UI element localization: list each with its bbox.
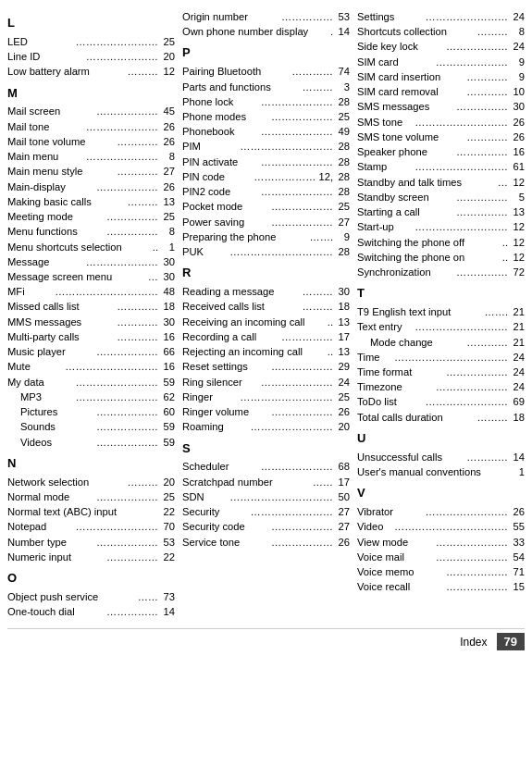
index-entry: Pairing Bluetooth………… 74 [182, 64, 350, 79]
entry-text: User's manual conventions [357, 464, 508, 479]
entry-page: 48 [158, 284, 175, 299]
entry-page: 27 [333, 215, 350, 229]
index-entry: SMS tone………………………26 [357, 115, 525, 130]
entry-page: 71 [508, 564, 525, 579]
entry-page: 30 [158, 254, 175, 269]
entry-dots: …………… [456, 265, 508, 279]
entry-text: Reading a message [182, 284, 302, 299]
entry-page: 26 [158, 134, 175, 149]
entry-text: Ringer volume [182, 404, 271, 419]
entry-page: 53 [158, 535, 175, 550]
entry-text: Sounds [20, 419, 96, 434]
entry-text: Numeric input [7, 550, 106, 564]
entry-page: 27 [158, 164, 175, 179]
entry-dots: … [148, 269, 158, 284]
entry-page: 61 [508, 159, 525, 174]
entry-text: SMS messages [357, 99, 456, 114]
entry-text: Side key lock [357, 39, 446, 54]
entry-dots: ……… [127, 194, 158, 209]
entry-text: Object push service [7, 589, 138, 604]
entry-text: PUK [182, 244, 229, 259]
entry-text: Scratchpad number [182, 475, 313, 489]
entry-page: 26 [508, 115, 525, 130]
entry-text: Mode change [370, 335, 466, 350]
entry-page: 14 [333, 24, 350, 39]
entry-dots: ………………… [436, 379, 508, 394]
entry-text: SDN [182, 489, 229, 504]
index-entry: Standby screen……………5 [357, 190, 525, 204]
entry-page: 9 [333, 229, 350, 244]
entry-dots: …………… [106, 209, 158, 224]
entry-text: Stamp [357, 159, 414, 174]
entry-text: Service tone [182, 535, 271, 550]
index-entry: SDN………………………… 50 [182, 489, 350, 504]
index-entry: SMS tone volume…………26 [357, 130, 525, 144]
entry-text: Notepad [7, 519, 76, 534]
index-entry: Numeric input…………… 22 [7, 550, 175, 564]
entry-text: Main menu [7, 149, 86, 164]
entry-page: 1 [158, 240, 175, 254]
entry-text: Main-display [7, 179, 96, 194]
entry-page: 26 [508, 504, 525, 519]
index-entry: Phonebook………………… 49 [182, 124, 350, 139]
index-entry: Side key lock………………24 [357, 39, 525, 54]
entry-text: Making basic calls [7, 194, 127, 209]
entry-text: Voice mail [357, 550, 436, 564]
entry-page: 9 [508, 69, 525, 84]
entry-text: ToDo list [357, 394, 426, 409]
index-entry: Time……………………………24 [357, 350, 525, 365]
index-entry: Stamp………………………61 [357, 159, 525, 174]
entry-page: 17 [333, 475, 350, 489]
entry-dots: ……………… [446, 579, 508, 594]
entry-text: Scheduler [182, 459, 261, 474]
entry-dots: …………… [456, 204, 508, 219]
entry-text: Voice memo [357, 564, 446, 579]
entry-page: 28 [333, 184, 350, 199]
index-entry: PIN code……………… 12, 28 [182, 169, 350, 184]
entry-page: 17 [333, 329, 350, 344]
entry-dots: ……………… [96, 404, 158, 419]
index-entry: T9 English text input…….21 [357, 304, 525, 319]
entry-text: Security [182, 504, 251, 519]
entry-page: 20 [158, 49, 175, 64]
entry-text: Mail screen [7, 104, 96, 118]
entry-dots: ……. [310, 229, 333, 244]
entry-text: LED [7, 34, 76, 49]
entry-page: 24 [508, 365, 525, 379]
entry-dots: ……………… [96, 435, 158, 450]
entry-dots: ………… [466, 130, 508, 144]
entry-page: 24 [508, 350, 525, 365]
entry-text: Message screen menu [7, 269, 148, 284]
entry-text: Preparing the phone [182, 229, 310, 244]
entry-text: Shortcuts collection [357, 24, 476, 39]
entry-page: 22 [158, 550, 175, 564]
index-entry: MMS messages………… 30 [7, 315, 175, 329]
entry-dots: ………… [117, 329, 158, 344]
entry-page: 9 [508, 55, 525, 69]
entry-dots: ……………………… [414, 219, 508, 234]
entry-page: 10 [508, 84, 525, 99]
entry-page: 15 [508, 579, 525, 594]
entry-dots: …………………… [76, 375, 159, 390]
entry-page: 3 [333, 80, 350, 94]
section-header: O [7, 570, 175, 588]
entry-page: 14 [158, 604, 175, 619]
entry-dots: ……………… [446, 564, 508, 579]
entry-dots: ………………… [86, 149, 158, 164]
entry-dots: ………… [466, 84, 508, 99]
index-entry: Switching the phone on ..12 [357, 250, 525, 265]
entry-page: 13 [333, 344, 350, 359]
entry-page: 25 [333, 390, 350, 404]
entry-dots: ………………………… [55, 284, 158, 299]
entry-text: Standby screen [357, 190, 456, 204]
entry-dots: …………………… [76, 34, 159, 49]
section-header: R [182, 265, 350, 282]
index-entry: Text entry………………………21 [357, 319, 525, 334]
entry-dots: ……………… [96, 179, 158, 194]
entry-page: 62 [158, 390, 175, 404]
entry-dots: ………………… [86, 49, 158, 64]
entry-text: View mode [357, 535, 436, 550]
index-entry: Low battery alarm……… 12 [7, 64, 175, 79]
entry-page: 16 [158, 359, 175, 374]
index-entry: Videos……………… 59 [7, 435, 175, 450]
